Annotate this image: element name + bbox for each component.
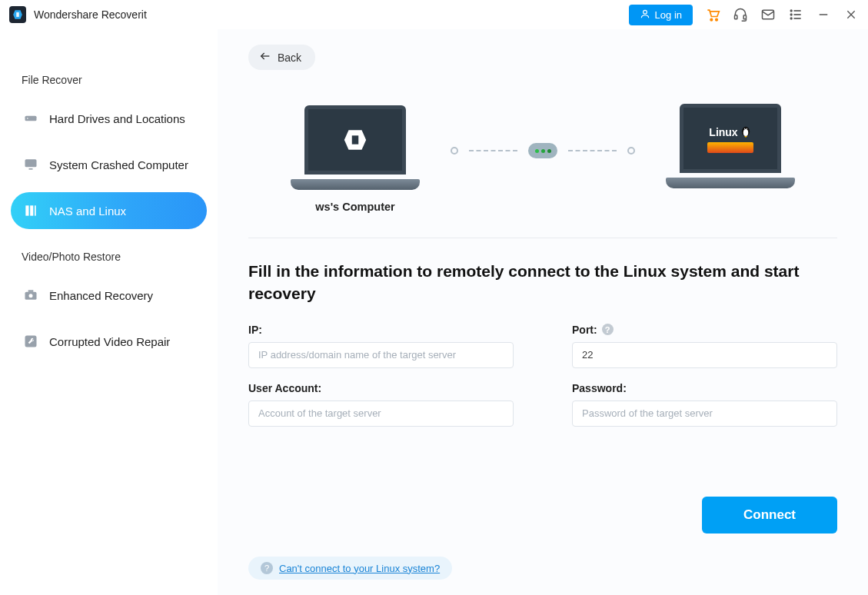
svg-rect-18 [29, 168, 33, 170]
user-icon [640, 8, 650, 22]
svg-point-23 [29, 294, 33, 298]
user-input[interactable] [248, 401, 514, 427]
svg-rect-3 [735, 15, 737, 19]
svg-rect-17 [25, 159, 37, 167]
list-icon[interactable] [788, 7, 803, 22]
svg-rect-24 [28, 290, 34, 292]
titlebar-left: Wondershare Recoverit [9, 6, 147, 23]
svg-rect-15 [25, 116, 37, 121]
back-button[interactable]: Back [248, 45, 315, 70]
password-label: Password: [572, 382, 837, 394]
arrow-left-icon [259, 50, 271, 65]
user-field-group: User Account: [248, 382, 514, 427]
close-icon[interactable] [843, 7, 859, 22]
camera-icon [23, 288, 38, 303]
sidebar-item-label: System Crashed Computer [49, 158, 188, 171]
connect-label: Connect [743, 507, 796, 522]
ip-input[interactable] [248, 342, 514, 368]
mail-icon[interactable] [760, 7, 776, 22]
ip-label: IP: [248, 324, 514, 336]
titlebar: Wondershare Recoverit Log in [0, 0, 868, 29]
app-title: Wondershare Recoverit [34, 8, 147, 21]
connection-line [451, 143, 635, 158]
minimize-icon[interactable] [816, 7, 831, 22]
svg-point-29 [743, 129, 747, 136]
login-button[interactable]: Log in [629, 5, 693, 25]
monitor-icon [23, 157, 38, 172]
back-label: Back [278, 52, 301, 64]
local-computer: ws's Computer [278, 105, 432, 213]
main-panel: Back ws's Computer [218, 29, 868, 595]
sidebar-section-file-recover: File Recover [22, 74, 207, 86]
question-icon: ? [261, 562, 273, 574]
password-input[interactable] [572, 401, 837, 427]
sidebar-item-label: Enhanced Recovery [49, 289, 153, 302]
sidebar-item-label: NAS and Linux [49, 204, 126, 218]
svg-point-6 [790, 10, 792, 12]
svg-point-30 [744, 128, 745, 129]
login-label: Log in [655, 9, 682, 21]
sidebar-item-enhanced-recovery[interactable]: Enhanced Recovery [11, 277, 207, 314]
linux-text: Linux [709, 126, 737, 138]
sidebar: File Recover Hard Drives and Locations S… [0, 29, 218, 595]
svg-point-31 [746, 128, 747, 129]
svg-rect-20 [30, 205, 33, 215]
main-heading: Fill in the information to remotely conn… [248, 260, 837, 305]
svg-point-2 [716, 18, 718, 20]
local-pc-label: ws's Computer [315, 201, 394, 213]
connection-illustration: ws's Computer Linux [248, 104, 837, 238]
help-link-label: Can't connect to your Linux system? [279, 563, 440, 574]
sidebar-item-label: Hard Drives and Locations [49, 112, 185, 125]
svg-point-16 [27, 118, 28, 119]
svg-rect-21 [35, 205, 36, 215]
port-label: Port: [572, 324, 597, 336]
cart-icon[interactable] [705, 7, 720, 22]
svg-point-1 [710, 18, 713, 20]
user-label: User Account: [248, 382, 514, 394]
sidebar-item-corrupted-video[interactable]: Corrupted Video Repair [11, 323, 207, 360]
connect-button[interactable]: Connect [702, 497, 837, 534]
headset-icon[interactable] [733, 7, 748, 22]
sidebar-item-nas-linux[interactable]: NAS and Linux [11, 192, 207, 229]
app-logo-icon [9, 6, 26, 23]
svg-point-8 [790, 14, 792, 15]
hard-drive-icon [23, 111, 38, 126]
port-field-group: Port: ? [572, 324, 837, 368]
sidebar-item-label: Corrupted Video Repair [49, 335, 170, 348]
svg-point-0 [643, 10, 647, 14]
port-help-icon[interactable]: ? [602, 324, 614, 335]
nas-icon [23, 203, 38, 218]
svg-rect-27 [352, 135, 359, 144]
titlebar-right: Log in [629, 5, 859, 25]
sidebar-section-video-photo: Video/Photo Restore [22, 251, 207, 263]
connection-status-icon [528, 143, 557, 158]
wrench-icon [23, 334, 38, 349]
ip-field-group: IP: [248, 324, 514, 368]
svg-rect-19 [25, 205, 28, 215]
penguin-icon [740, 124, 752, 141]
svg-rect-4 [743, 15, 746, 19]
connection-form: IP: Port: ? User Account: Password: [248, 324, 837, 427]
svg-point-10 [790, 18, 792, 19]
help-link-chip[interactable]: ? Can't connect to your Linux system? [248, 557, 452, 580]
remote-linux-computer: Linux [653, 104, 807, 214]
sidebar-item-system-crashed[interactable]: System Crashed Computer [11, 146, 207, 183]
port-input[interactable] [572, 342, 837, 368]
password-field-group: Password: [572, 382, 837, 427]
sidebar-item-hard-drives[interactable]: Hard Drives and Locations [11, 100, 207, 137]
